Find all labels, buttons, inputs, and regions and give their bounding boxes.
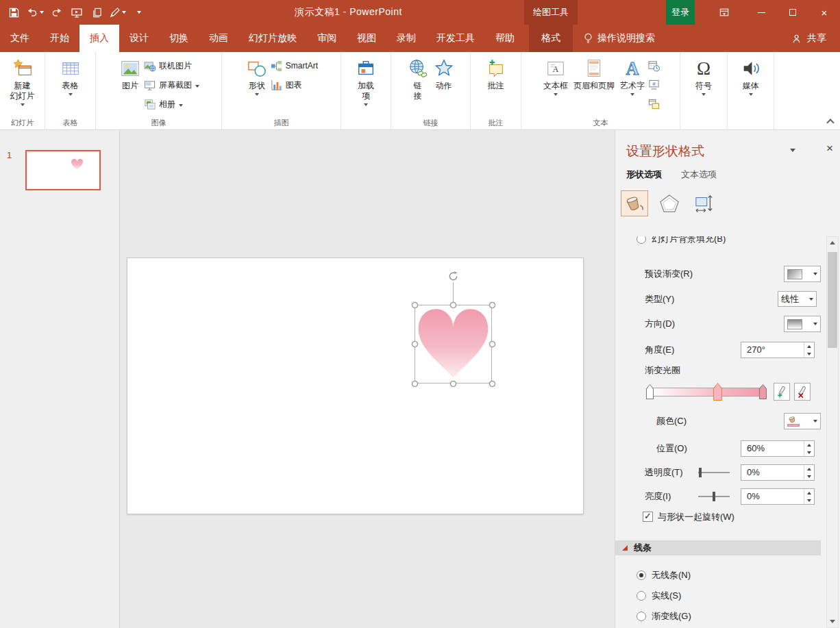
ribbon-display-options-button[interactable] <box>714 0 734 25</box>
addins-button[interactable]: 加载 项 <box>354 54 378 106</box>
slide-thumbnail[interactable] <box>25 150 101 190</box>
spinner-arrows[interactable] <box>804 342 814 357</box>
pane-scrollbar[interactable] <box>826 236 839 628</box>
resize-handle-n[interactable] <box>450 302 456 308</box>
shapes-button[interactable]: 形状 <box>245 54 269 96</box>
resize-handle-s[interactable] <box>450 381 456 387</box>
gradient-stop-0[interactable] <box>646 384 654 399</box>
slide-background-fill-radio[interactable] <box>637 236 646 244</box>
spin-down-icon[interactable] <box>804 473 814 480</box>
action-button[interactable]: 动作 <box>432 54 456 91</box>
no-line-radio[interactable] <box>637 570 646 580</box>
solid-line-radio[interactable] <box>637 591 646 601</box>
tab-animations[interactable]: 动画 <box>199 25 238 52</box>
tab-view[interactable]: 视图 <box>347 25 386 52</box>
position-spinner[interactable]: 60% <box>741 440 815 457</box>
minimize-button[interactable] <box>745 0 777 25</box>
tab-insert[interactable]: 插入 <box>79 25 119 52</box>
tab-record[interactable]: 录制 <box>386 25 426 52</box>
size-properties-button[interactable] <box>691 190 718 216</box>
spin-up-icon[interactable] <box>804 441 814 449</box>
rotate-with-shape-checkbox[interactable] <box>643 512 653 522</box>
pane-close-button[interactable]: × <box>823 142 837 155</box>
transparency-spinner[interactable]: 0% <box>741 464 815 481</box>
fill-and-line-button[interactable] <box>621 190 648 216</box>
tab-text-options[interactable]: 文本选项 <box>681 168 717 181</box>
spin-up-icon[interactable] <box>804 465 814 473</box>
gradient-type-dropdown[interactable]: 线性 <box>778 291 817 307</box>
gradient-stop-60-selected[interactable] <box>713 383 722 401</box>
spin-up-icon[interactable] <box>804 342 814 350</box>
comment-button[interactable]: 批注 <box>484 54 508 91</box>
date-time-button[interactable] <box>648 58 660 73</box>
tab-developer[interactable]: 开发工具 <box>426 25 485 52</box>
pane-options-chevron-icon[interactable] <box>790 149 795 152</box>
customize-qat-button[interactable] <box>132 3 146 21</box>
share-button[interactable]: 共享 <box>778 25 840 52</box>
photo-album-button[interactable]: 相册 <box>144 97 183 112</box>
tab-format[interactable]: 格式 <box>529 25 573 52</box>
tab-help[interactable]: 帮助 <box>485 25 525 52</box>
tab-file[interactable]: 文件 <box>0 25 40 52</box>
resize-handle-ne[interactable] <box>489 302 495 308</box>
brightness-slider[interactable] <box>698 488 730 505</box>
spin-down-icon[interactable] <box>804 449 814 456</box>
gradient-direction-dropdown[interactable] <box>784 316 821 332</box>
close-button[interactable]: × <box>808 0 840 25</box>
tab-review[interactable]: 审阅 <box>307 25 347 52</box>
effects-button[interactable] <box>656 190 683 216</box>
add-gradient-stop-button[interactable] <box>774 383 790 401</box>
transparency-slider[interactable] <box>698 464 730 481</box>
spin-up-icon[interactable] <box>804 489 814 497</box>
resize-handle-sw[interactable] <box>412 381 418 387</box>
new-slide-button[interactable]: 新建 幻灯片 <box>8 54 37 106</box>
wordart-button[interactable]: A 艺术字 <box>618 54 647 96</box>
tell-me-search[interactable]: 操作说明搜索 <box>573 25 666 52</box>
brightness-spinner[interactable]: 0% <box>741 488 815 505</box>
scroll-down-arrow[interactable] <box>827 616 838 627</box>
link-button[interactable]: 链 接 <box>406 54 430 101</box>
redo-button[interactable] <box>50 3 64 21</box>
preset-gradient-dropdown[interactable] <box>784 266 821 282</box>
resize-handle-e[interactable] <box>489 341 495 347</box>
gradient-bar[interactable] <box>650 388 763 397</box>
textbox-button[interactable]: A 文本框 <box>541 54 570 96</box>
sign-in-button[interactable]: 登录 <box>666 0 695 25</box>
gradient-line-radio[interactable] <box>637 612 646 621</box>
gradient-stop-100[interactable] <box>759 384 767 399</box>
slider-handle[interactable] <box>713 492 715 501</box>
slide-editing-area[interactable] <box>120 130 615 628</box>
scroll-up-arrow[interactable] <box>827 237 838 249</box>
slide-number-button[interactable]: # <box>648 77 660 92</box>
tab-home[interactable]: 开始 <box>40 25 79 52</box>
smartart-button[interactable]: SmartArt <box>271 58 318 73</box>
spinner-arrows[interactable] <box>804 465 814 480</box>
picture-button[interactable]: 图片 <box>118 54 143 91</box>
maximize-button[interactable] <box>777 0 808 25</box>
header-footer-button[interactable]: 页眉和页脚 <box>571 54 617 91</box>
resize-handle-w[interactable] <box>412 341 418 347</box>
tab-transitions[interactable]: 切换 <box>159 25 199 52</box>
online-pictures-button[interactable]: 联机图片 <box>144 58 192 73</box>
remove-gradient-stop-button[interactable] <box>794 383 811 401</box>
scrollbar-thumb[interactable] <box>828 252 837 348</box>
resize-handle-se[interactable] <box>489 381 495 387</box>
collapse-ribbon-chevron[interactable] <box>826 118 834 126</box>
slide-canvas[interactable] <box>127 258 584 514</box>
symbol-button[interactable]: Ω 符号 <box>693 54 714 96</box>
line-section-header[interactable]: 线条 <box>615 540 821 555</box>
spinner-arrows[interactable] <box>804 489 814 504</box>
rotation-handle[interactable] <box>447 271 459 282</box>
undo-button[interactable] <box>27 3 44 21</box>
save-button[interactable] <box>7 3 21 21</box>
media-button[interactable]: 媒体 <box>739 54 763 96</box>
start-slideshow-button[interactable] <box>70 3 84 21</box>
draw-button[interactable] <box>110 3 126 21</box>
spin-down-icon[interactable] <box>804 350 814 357</box>
tab-design[interactable]: 设计 <box>119 25 159 52</box>
slider-handle[interactable] <box>699 468 702 477</box>
tab-slideshow[interactable]: 幻灯片放映 <box>238 25 307 52</box>
screenshot-button[interactable]: 屏幕截图 <box>144 77 199 92</box>
copy-button[interactable] <box>90 3 103 21</box>
angle-spinner[interactable]: 270° <box>741 342 815 358</box>
